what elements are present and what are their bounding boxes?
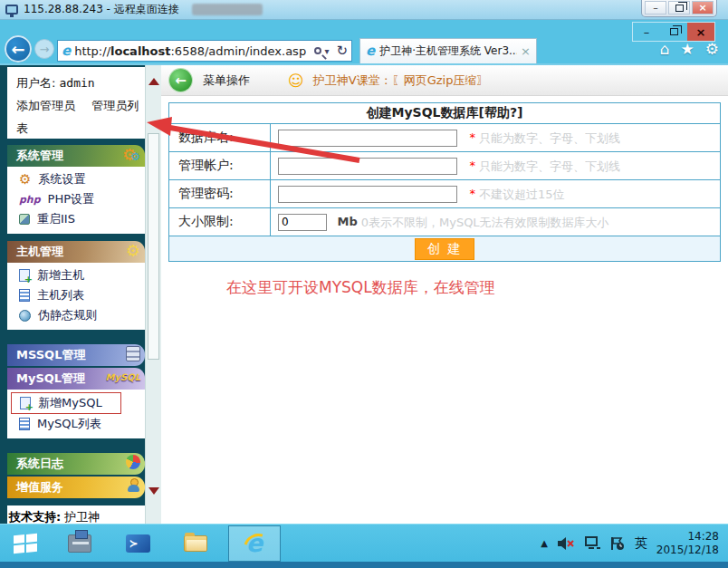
db-name-label: 数据库名: bbox=[169, 124, 271, 152]
server-manager-icon bbox=[68, 534, 91, 553]
vertical-scrollbar[interactable] bbox=[145, 65, 161, 525]
sidebar-section-mssql[interactable]: MSSQL管理 bbox=[7, 344, 145, 366]
sidebar-item-host-list[interactable]: 主机列表 bbox=[7, 285, 145, 305]
sidebar-item-mysql-list[interactable]: MySQL列表 bbox=[7, 414, 145, 434]
rdp-restore-button[interactable] bbox=[668, 1, 690, 14]
browser-forward-button[interactable]: → bbox=[34, 39, 54, 59]
sidebar-section-logs[interactable]: 系统日志 bbox=[7, 453, 145, 475]
admin-password-label: 管理密码: bbox=[169, 180, 271, 208]
size-limit-input[interactable] bbox=[278, 214, 327, 231]
sidebar-item-restart-iis[interactable]: 重启IIS bbox=[7, 209, 145, 229]
start-button[interactable] bbox=[4, 525, 47, 562]
content-toolbar: ← 菜单操作 ☺ 护卫神V课堂：〖网页Gzip压缩〗 bbox=[161, 65, 728, 96]
person-icon bbox=[127, 478, 140, 496]
refresh-icon[interactable]: ↻ bbox=[336, 43, 348, 59]
sidebar-section-services[interactable]: 增值服务 bbox=[7, 477, 145, 498]
tab-close-icon[interactable]: × bbox=[521, 44, 531, 58]
username-value: admin bbox=[60, 76, 95, 90]
field-hint: 不建议超过15位 bbox=[479, 187, 565, 200]
rdp-close-button[interactable]: × bbox=[692, 1, 714, 14]
tab-title: 护卫神·主机管理系统 Ver3... bbox=[379, 43, 517, 59]
clock-time: 14:28 bbox=[656, 530, 719, 544]
rdp-connection-icon bbox=[5, 5, 18, 14]
address-bar[interactable]: e http://localhost:6588/admin/index.asp … bbox=[57, 40, 352, 62]
promo-link[interactable]: 护卫神V课堂：〖网页Gzip压缩〗 bbox=[313, 72, 489, 89]
rdp-minimize-button[interactable]: – bbox=[645, 1, 666, 14]
internet-explorer-button[interactable]: e bbox=[228, 525, 281, 562]
action-center-flag-icon[interactable] bbox=[609, 536, 626, 551]
sidebar: 用户名: admin 添加管理员 管理员列表 修改密码 退出系统 系统管理 ⚙⚙… bbox=[0, 65, 145, 525]
admin-account-input[interactable] bbox=[278, 158, 457, 175]
mysql-logo-icon: MySQL bbox=[105, 370, 140, 383]
ie-tab-icon: e bbox=[366, 44, 375, 58]
taskbar: ≻ e ▲ bbox=[0, 524, 728, 562]
browser-back-button[interactable]: ← bbox=[5, 35, 32, 63]
required-asterisk: * bbox=[469, 130, 475, 144]
menu-operations-label[interactable]: 菜单操作 bbox=[203, 72, 250, 89]
form-title[interactable]: 创建MySQL数据库[帮助?] bbox=[169, 103, 721, 124]
sidebar-section-host[interactable]: 主机管理 ⚙ bbox=[7, 241, 145, 263]
favorites-star-icon[interactable]: ★ bbox=[681, 40, 694, 58]
rdp-window-controls: – × bbox=[641, 0, 717, 17]
sidebar-item-system-settings[interactable]: ⚙ 系统设置 bbox=[7, 169, 145, 189]
browser-navigation-bar: ← → e http://localhost:6588/admin/index.… bbox=[0, 38, 728, 63]
iis-icon bbox=[19, 214, 30, 225]
server-stack-icon bbox=[126, 346, 140, 364]
redaction-smudge bbox=[192, 4, 263, 15]
link-add-admin[interactable]: 添加管理员 bbox=[16, 99, 75, 112]
sidebar-item-add-mysql[interactable]: 新增MySQL bbox=[20, 393, 120, 413]
highlight-box: 新增MySQL bbox=[11, 392, 121, 414]
size-unit: Mb bbox=[337, 215, 357, 228]
scroll-down-icon[interactable] bbox=[148, 487, 159, 495]
create-button[interactable]: 创 建 bbox=[415, 238, 474, 260]
document-add-icon bbox=[20, 397, 31, 409]
create-mysql-form: 创建MySQL数据库[帮助?] 数据库名: *只能为数字、字母、下划线 管理帐户… bbox=[168, 102, 721, 262]
taskbar-clock[interactable]: 14:28 2015/12/18 bbox=[656, 530, 719, 557]
field-hint: 只能为数字、字母、下划线 bbox=[479, 130, 620, 144]
address-dropdown-icon[interactable]: ▾ bbox=[324, 46, 329, 56]
field-hint: 0表示不限制，MySQL无法有效限制数据库大小 bbox=[361, 215, 609, 228]
gears-icon: ⚙⚙ bbox=[122, 147, 140, 163]
browser-tab[interactable]: e 护卫神·主机管理系统 Ver3... × bbox=[359, 38, 537, 63]
tools-icon: ⚙ bbox=[126, 243, 140, 259]
restore-icon bbox=[670, 28, 678, 35]
tray-expand-icon[interactable]: ▲ bbox=[541, 538, 548, 548]
speaker-muted-icon[interactable] bbox=[557, 536, 575, 551]
user-panel: 用户名: admin 添加管理员 管理员列表 修改密码 退出系统 bbox=[7, 67, 145, 139]
home-icon[interactable]: ⌂ bbox=[660, 40, 670, 58]
search-icon[interactable] bbox=[314, 47, 321, 54]
required-asterisk: * bbox=[469, 159, 475, 172]
globe-icon bbox=[19, 310, 31, 322]
clock-date: 2015/12/18 bbox=[656, 544, 719, 557]
scrollbar-thumb[interactable] bbox=[148, 133, 159, 360]
input-language-indicator[interactable]: 英 bbox=[635, 535, 647, 552]
gear-icon[interactable]: ⚙ bbox=[705, 40, 719, 58]
smiley-icon: ☺ bbox=[288, 72, 304, 90]
rdp-title: 115.28.88.243 - 远程桌面连接 bbox=[24, 2, 179, 17]
list-icon bbox=[19, 289, 30, 302]
ie-page-icon: e bbox=[62, 44, 71, 58]
server-manager-button[interactable] bbox=[58, 525, 101, 562]
php-icon: php bbox=[19, 194, 41, 206]
db-name-input[interactable] bbox=[278, 130, 457, 147]
admin-password-input[interactable] bbox=[278, 186, 457, 203]
network-icon[interactable] bbox=[584, 536, 600, 551]
windows-logo-icon bbox=[14, 533, 37, 554]
annotation-text: 在这里可开设MYSQL数据库，在线管理 bbox=[226, 277, 728, 298]
powershell-icon: ≻ bbox=[126, 534, 150, 553]
menu-back-button[interactable]: ← bbox=[169, 69, 192, 91]
document-add-icon bbox=[19, 269, 30, 282]
folder-icon bbox=[184, 535, 207, 552]
sidebar-section-mysql[interactable]: MySQL管理 MySQL bbox=[7, 368, 145, 390]
chart-pie-icon bbox=[126, 455, 140, 472]
sidebar-section-system[interactable]: 系统管理 ⚙⚙ bbox=[7, 145, 145, 167]
scroll-up-icon[interactable] bbox=[148, 78, 159, 85]
sidebar-item-rewrite-rules[interactable]: 伪静态规则 bbox=[7, 305, 145, 325]
sidebar-item-add-host[interactable]: 新增主机 bbox=[7, 265, 145, 285]
forward-arrow-icon: → bbox=[40, 43, 50, 56]
powershell-button[interactable]: ≻ bbox=[116, 525, 159, 562]
url-text[interactable]: http://localhost:6588/admin/index.asp bbox=[74, 44, 314, 58]
sidebar-item-php-settings[interactable]: php PHP设置 bbox=[7, 189, 145, 209]
file-explorer-button[interactable] bbox=[174, 525, 217, 562]
system-tray: ▲ 英 14:28 2015/12/18 bbox=[541, 530, 728, 557]
